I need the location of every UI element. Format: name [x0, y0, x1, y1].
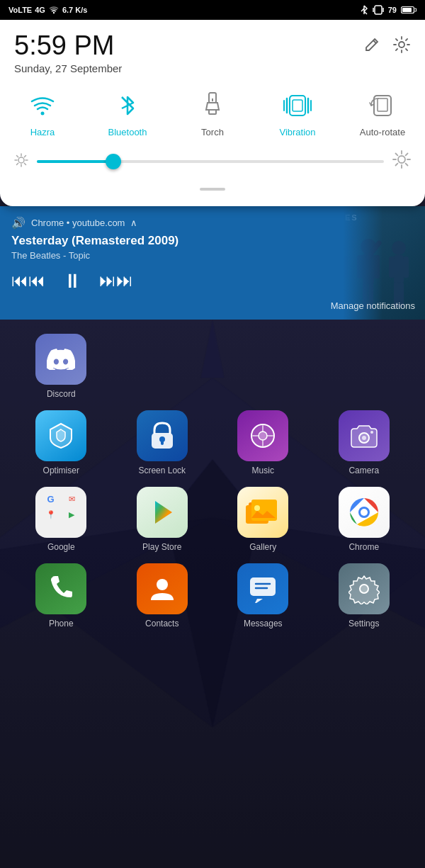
quick-settings-panel: 5:59 PM Sunday, 27 September — [0, 20, 425, 206]
svg-point-19 — [18, 157, 24, 163]
camera-label: Camera — [348, 466, 379, 475]
wifi-toggle[interactable]: Hazra — [14, 89, 71, 137]
svg-point-83 — [157, 579, 168, 590]
gallery-icon — [237, 487, 288, 538]
rewind-button[interactable]: ⏮⏮ — [11, 271, 45, 291]
drag-handle — [14, 181, 411, 193]
torch-toggle-label: Torch — [201, 127, 224, 137]
expand-icon[interactable]: ∧ — [130, 218, 137, 228]
svg-rect-1 — [375, 6, 382, 14]
settings-icon[interactable] — [392, 35, 411, 58]
svg-rect-68 — [161, 441, 164, 445]
svg-point-78 — [254, 505, 260, 511]
chrome-icon — [339, 487, 390, 538]
drag-bar-indicator — [200, 188, 225, 191]
svg-point-70 — [259, 432, 267, 440]
qs-action-icons — [364, 31, 411, 58]
svg-point-28 — [398, 156, 405, 163]
battery-icon — [401, 6, 416, 14]
manage-notifications-button[interactable]: Manage notifications — [331, 300, 415, 311]
brightness-slider[interactable] — [37, 160, 384, 163]
messages-label: Messages — [244, 619, 283, 629]
svg-point-0 — [53, 12, 55, 13]
edit-icon[interactable] — [364, 37, 380, 57]
svg-line-25 — [24, 163, 26, 164]
app-item-discord[interactable]: Discord — [14, 334, 108, 399]
playstore-label: Play Store — [142, 542, 181, 552]
bluetooth-status-icon — [360, 4, 368, 16]
phone-icon — [35, 563, 86, 614]
gallery-label: Gallery — [249, 542, 276, 552]
status-bar-right: 79 — [360, 4, 416, 16]
brightness-thumb[interactable] — [106, 154, 121, 169]
svg-line-24 — [17, 155, 18, 157]
svg-rect-16 — [293, 100, 302, 111]
contacts-label: Contacts — [145, 619, 178, 629]
autorotate-toggle-icon — [366, 89, 400, 123]
screenlock-icon — [137, 410, 188, 461]
vibration-toggle-label: Vibration — [279, 127, 315, 137]
brightness-high-icon — [392, 150, 411, 174]
app-item-screenlock[interactable]: Screen Lock — [115, 410, 210, 475]
svg-rect-18 — [378, 98, 387, 111]
status-bar-left: VoLTE 4G 6.7 K/s — [8, 6, 87, 14]
svg-line-27 — [17, 163, 18, 164]
svg-marker-74 — [155, 501, 172, 524]
autorotate-toggle[interactable]: Auto-rotate — [354, 89, 411, 137]
screenlock-label: Screen Lock — [138, 466, 186, 475]
google-icon: G ✉ 📍 ▶ — [35, 487, 86, 538]
torch-toggle[interactable]: Torch — [184, 89, 241, 137]
brightness-low-icon — [14, 153, 28, 171]
svg-point-82 — [361, 509, 368, 516]
svg-line-26 — [24, 155, 26, 157]
bluetooth-toggle[interactable]: Bluetooth — [99, 89, 156, 137]
settings-icon-app — [339, 563, 390, 614]
music-label: Music — [252, 466, 274, 475]
app-item-playstore[interactable]: Play Store — [115, 487, 210, 552]
app-item-messages[interactable]: Messages — [216, 563, 310, 629]
contacts-icon — [137, 563, 188, 614]
svg-rect-84 — [250, 577, 276, 596]
app-item-chrome[interactable]: Chrome — [317, 487, 412, 552]
playstore-icon — [137, 487, 188, 538]
forward-button[interactable]: ⏭⏭ — [99, 271, 133, 291]
messages-icon — [237, 563, 288, 614]
app-item-google[interactable]: G ✉ 📍 ▶ Google — [14, 487, 108, 552]
svg-rect-5 — [402, 8, 412, 12]
svg-point-73 — [370, 431, 373, 434]
media-source-row: 🔊 Chrome • youtube.com ∧ — [11, 216, 414, 230]
camera-icon — [339, 410, 390, 461]
app-item-optimiser[interactable]: Optimiser — [14, 410, 108, 475]
brightness-control — [14, 150, 411, 174]
svg-line-36 — [396, 163, 398, 165]
svg-point-7 — [41, 111, 45, 115]
pause-button[interactable]: ⏸ — [62, 269, 82, 293]
app-item-phone[interactable]: Phone — [14, 563, 108, 629]
current-date: Sunday, 27 September — [14, 62, 122, 74]
app-item-settings[interactable]: Settings — [317, 563, 412, 629]
music-icon — [237, 410, 288, 461]
battery-level: 79 — [388, 6, 397, 14]
volume-icon: 🔊 — [11, 216, 26, 230]
media-title: Yesterday (Remastered 2009) — [11, 234, 414, 248]
settings-label: Settings — [348, 619, 379, 629]
home-screen: Discord Optimiser — [0, 320, 425, 868]
phone-vibrate-icon — [373, 4, 384, 16]
app-item-contacts[interactable]: Contacts — [115, 563, 210, 629]
media-source-text: Chrome • youtube.com — [31, 218, 125, 228]
wifi-toggle-icon — [26, 89, 60, 123]
google-label: Google — [47, 542, 75, 552]
svg-point-6 — [399, 42, 404, 47]
brightness-fill — [37, 160, 113, 163]
optimiser-label: Optimiser — [43, 466, 79, 475]
discord-icon — [35, 334, 86, 385]
app-item-camera[interactable]: Camera — [317, 410, 412, 475]
app-item-music[interactable]: Music — [216, 410, 310, 475]
media-notification: THE BEATLES — [0, 206, 425, 320]
signal-strength: 4G — [35, 6, 45, 14]
time-date-block: 5:59 PM Sunday, 27 September — [14, 31, 122, 74]
app-item-gallery[interactable]: Gallery — [216, 487, 310, 552]
qs-toggle-row: Hazra Bluetooth Torch — [14, 89, 411, 137]
svg-rect-9 — [209, 110, 216, 114]
vibration-toggle[interactable]: Vibration — [269, 89, 326, 137]
